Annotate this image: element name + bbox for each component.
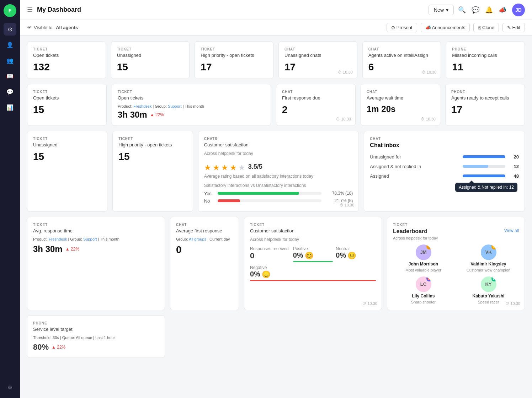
card-label: Open tickets: [33, 95, 101, 101]
search-icon[interactable]: 🔍: [458, 6, 466, 14]
sidebar-item-agents[interactable]: 👥: [4, 54, 16, 67]
clone-button[interactable]: ⎘ Clone: [473, 23, 499, 32]
subnav: 👁 Visible to: All agents ⊙ Present 📣 Ann…: [20, 20, 532, 36]
leaderboard-grid: JM 🏆 John Morrison Most valuable player …: [393, 244, 519, 304]
visible-to-value: All agents: [56, 25, 78, 30]
agent-name-valdimir: Valdimir Kingsley: [470, 262, 506, 267]
inbox-assigned-not-replied-row: Assigned & not replied in 12: [370, 164, 519, 169]
csat-yes-label: Yes: [204, 191, 215, 196]
card-label: Service level target: [33, 327, 159, 333]
tcsat-negative-pct: 0%: [250, 270, 260, 278]
inbox-assigned-row: Assigned 48: [370, 173, 519, 179]
csat-subtitle: Across helpdesk for today: [250, 237, 376, 242]
card-agents-ready: PHONE Agents ready to accept calls 17: [445, 84, 525, 126]
star-5: ★: [238, 163, 245, 172]
row-3: TICKET Unassigned 15 TICKET High priorit…: [27, 131, 525, 212]
agent-badge-kabuto: 🏎: [491, 276, 496, 281]
trend-indicator: ▲ 22%: [150, 112, 164, 117]
csat-yes-bar: [218, 192, 322, 195]
card-label: Unassigned: [33, 142, 101, 148]
sidebar-item-contacts[interactable]: 👤: [4, 38, 16, 51]
agent-avatar-john: JM 🏆: [416, 244, 431, 260]
row-4: TICKET Avg. response time Product: Fresh…: [27, 217, 525, 310]
sidebar-logo[interactable]: F: [4, 4, 16, 17]
card-value: 15: [33, 151, 101, 162]
chat-icon[interactable]: 💬: [472, 6, 479, 14]
positive-emoji: 😊: [305, 251, 314, 260]
card-average-wait-time: CHAT Average wait time 1m 20s ⏱ 10.30: [361, 84, 440, 126]
topnav-icons: 🔍 💬 🔔 📣 JD: [458, 4, 525, 16]
card-label: Missed incoming calls: [452, 53, 519, 59]
star-1: ★: [204, 163, 211, 172]
announcements-button[interactable]: 📣 Announcements: [421, 23, 470, 32]
tcsat-negative: Negative 0% 😞: [250, 265, 376, 281]
inbox-tooltip: Assigned & Not replied in: 12: [455, 183, 517, 192]
new-button[interactable]: New ▾: [429, 5, 454, 15]
card-type: TICKET: [250, 223, 376, 227]
card-type: PHONE: [452, 47, 519, 51]
sidebar-item-dashboard[interactable]: ⊙: [4, 23, 16, 36]
eye-icon: 👁: [27, 25, 32, 30]
bell-icon[interactable]: 🔔: [485, 6, 493, 14]
card-type: TICKET: [393, 223, 519, 227]
sidebar-item-chat[interactable]: 💬: [4, 85, 16, 98]
agent-initials-kabuto: KY: [485, 281, 491, 287]
leaderboard-title: Leaderboard: [393, 228, 427, 235]
inbox-assigned-not-replied-fill: [463, 165, 488, 168]
tcsat-responses: Responses received 0: [250, 246, 290, 262]
card-avg-response-time-row4: TICKET Avg. response time Product: Fresh…: [27, 217, 165, 310]
card-customer-satisfaction-chat: CHATS Customer satisfaction Across helpd…: [198, 131, 359, 212]
card-label: Average wait time: [367, 95, 434, 101]
row-1: TICKET Open tickets 132 TICKET Unassigne…: [27, 41, 525, 79]
star-rating: ★ ★ ★ ★ ★: [204, 163, 245, 172]
card-label: Agents active on intelliAssign: [368, 53, 435, 59]
sidebar: F ⊙ 👤 👥 📖 💬 📊 ⚙: [0, 0, 20, 398]
agent-role-valdimir: Customer wow champion: [467, 268, 511, 272]
card-leaderboard: TICKET Leaderboard View all Across helpd…: [387, 217, 525, 310]
csat-desc: Average rating based on all satisfactory…: [204, 174, 353, 179]
card-unassigned-tickets: TICKET Unassigned 15: [111, 41, 190, 79]
card-high-priority-open: TICKET High priority - open tickets 17: [195, 41, 273, 79]
inbox-assigned-not-replied-label: Assigned & not replied in: [370, 164, 460, 169]
edit-button[interactable]: ✎ Edit: [502, 23, 525, 32]
tcsat-responses-val: 0: [250, 251, 290, 260]
card-time: ⏱ 10.30: [421, 117, 436, 121]
subnav-actions: ⊙ Present 📣 Announcements ⎘ Clone ✎ Edit: [387, 23, 525, 32]
card-unassigned-chats: CHAT Unassigned chats 17 ⏱ 10.30: [278, 41, 357, 79]
sidebar-item-books[interactable]: 📖: [4, 70, 16, 82]
sidebar-item-settings[interactable]: ⚙: [4, 381, 16, 394]
sidebar-item-reports[interactable]: 📊: [4, 101, 16, 114]
card-type: CHAT: [368, 47, 435, 51]
card-agents-active: CHAT Agents active on intelliAssign 6 ⏱ …: [362, 41, 441, 79]
present-button[interactable]: ⊙ Present: [387, 23, 417, 32]
card-filter: Threshold: 30s | Queue: All queue | Last…: [33, 335, 159, 340]
view-all-button[interactable]: View all: [504, 228, 519, 233]
avatar[interactable]: JD: [512, 4, 525, 16]
negative-emoji: 😞: [262, 270, 271, 279]
inbox-assigned-not-replied-val: 12: [508, 164, 519, 169]
agent-initials-lily: LC: [420, 281, 426, 287]
star-2: ★: [213, 163, 220, 172]
card-type: CHAT: [176, 223, 233, 227]
card-type: TICKET: [33, 90, 101, 94]
card-value: 15: [118, 151, 187, 162]
card-label: Open tickets: [33, 53, 100, 59]
trend-indicator: ▲ 22%: [52, 345, 65, 350]
card-time: ⏱ 10.30: [362, 301, 377, 306]
agent-role-lily: Sharp shooter: [411, 300, 436, 304]
card-service-level-target: PHONE Service level target Threshold: 30…: [27, 315, 165, 358]
inbox-assigned-bar: [463, 174, 505, 177]
csat-no-row: No 21.7% (5): [204, 198, 353, 204]
card-value: 17: [201, 61, 267, 73]
leaderboard-agent-kabuto: KY 🏎 Kabuto Yakushi Speed racer: [458, 276, 519, 304]
card-label: Unassigned: [117, 53, 184, 59]
agent-badge-valdimir: 🌟: [491, 244, 496, 249]
negative-bar: [250, 280, 376, 281]
row-2: TICKET Open tickets 15 TICKET Open ticke…: [27, 84, 525, 126]
hamburger-icon[interactable]: ☰: [27, 6, 33, 14]
card-type: CHAT: [282, 90, 350, 94]
megaphone-icon[interactable]: 📣: [499, 6, 506, 14]
agent-badge-john: 🏆: [426, 244, 431, 249]
csat-title: Customer satisfaction: [204, 142, 353, 148]
csat-no-label: No: [204, 198, 215, 204]
